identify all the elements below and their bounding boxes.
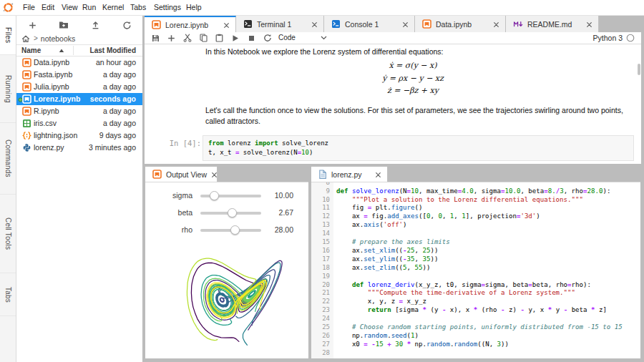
file-row-r.ipynb[interactable]: R.ipynba day ago — [16, 105, 142, 117]
file-row-lightning.json[interactable]: lightning.json9 days ago — [16, 129, 142, 142]
code-cell-input[interactable]: from lorenz import solve_lorenzt, x_t = … — [203, 135, 634, 161]
code-editor[interactable]: 89def solve_lorenz(N=10, max_time=4.0, s… — [311, 182, 640, 358]
main-tab-bar: Lorenz.ipynbTerminal 1Console 1Data.ipyn… — [145, 16, 641, 32]
kernel-status-icon[interactable] — [626, 34, 635, 42]
file-row-lorenz.ipynb[interactable]: Lorenz.ipynbseconds ago — [16, 93, 142, 105]
editor-line-11: 11 fig = plt.figure() — [311, 204, 640, 212]
cell-type-dropdown[interactable]: Code — [278, 34, 296, 41]
close-icon[interactable] — [493, 21, 499, 28]
file-row-lorenz.py[interactable]: lorenz.py3 minutes ago — [16, 142, 142, 154]
markdown-cell-2[interactable]: Let's call the function once to view the… — [205, 105, 626, 126]
close-icon[interactable] — [586, 21, 592, 28]
sidebar-tab-files[interactable]: Files — [0, 16, 16, 55]
line-number: 27 — [311, 341, 330, 349]
close-icon[interactable] — [211, 171, 218, 178]
tab-lorenz-py[interactable]: lorenz.py — [311, 167, 388, 182]
notebook-icon — [152, 170, 162, 179]
line-code: ax.axis('off') — [336, 221, 407, 230]
save-button[interactable] — [147, 32, 163, 44]
tab-readme-md[interactable]: README.md — [506, 16, 599, 32]
breadcrumb-folder[interactable]: notebooks — [41, 34, 75, 43]
tab-label: lorenz.py — [331, 170, 362, 179]
sort-asc-icon[interactable] — [59, 49, 64, 53]
code-line: t, x_t = solve_lorenz(N=10) — [208, 148, 633, 157]
menu-run[interactable]: Run — [82, 0, 96, 15]
editor-line-25: 25 # Choose random starting points, unif… — [311, 323, 640, 332]
add-cell-button[interactable] — [163, 32, 179, 44]
notebook-toolbar: Code Python 3 — [145, 32, 641, 44]
run-button[interactable] — [228, 32, 243, 44]
notebook-scrollbar-thumb[interactable] — [638, 64, 640, 75]
editor-panel: lorenz.py 89def solve_lorenz(N=10, max_t… — [311, 167, 640, 358]
sidebar-tab-commands[interactable]: Commands — [0, 123, 16, 195]
kernel-name[interactable]: Python 3 — [593, 34, 623, 42]
tab-console-1[interactable]: Console 1 — [324, 16, 415, 32]
column-header-modified[interactable]: Last Modified — [90, 47, 136, 54]
file-modified: a day ago — [103, 119, 136, 127]
new-launcher-plus-button[interactable] — [16, 16, 48, 32]
menu-help[interactable]: Help — [186, 0, 202, 15]
close-icon[interactable] — [311, 21, 318, 28]
file-row-iris.csv[interactable]: iris.csva day ago — [16, 117, 142, 129]
menu-settings[interactable]: Settings — [154, 0, 181, 15]
refresh-button[interactable] — [111, 16, 142, 32]
close-icon[interactable] — [375, 171, 381, 178]
line-code: def lorenz_deriv(x_y_z, t0, sigma=sigma,… — [336, 281, 591, 290]
paste-button[interactable] — [212, 32, 228, 44]
close-icon[interactable] — [402, 21, 409, 28]
upload-icon — [91, 21, 100, 29]
slider-handle[interactable] — [230, 225, 240, 235]
tab-lorenz-ipynb[interactable]: Lorenz.ipynb — [145, 16, 236, 32]
menu-tabs[interactable]: Tabs — [130, 0, 146, 15]
file-row-julia.ipynb[interactable]: Julia.ipynba day ago — [16, 81, 142, 93]
menu-edit[interactable]: Edit — [42, 0, 54, 15]
line-code: ax = fig.add_axes([0, 0, 1, 1], projecti… — [336, 212, 540, 221]
sidebar-tab-running[interactable]: Running — [0, 55, 16, 123]
sidebar-tab-cell-tools[interactable]: Cell Tools — [0, 195, 16, 273]
line-number: 15 — [311, 238, 330, 247]
tab-terminal-1[interactable]: Terminal 1 — [236, 16, 324, 32]
restart-icon — [263, 34, 272, 42]
line-number: 21 — [311, 289, 330, 298]
copy-button[interactable] — [195, 32, 211, 44]
menu-kernel[interactable]: Kernel — [102, 0, 124, 15]
tab-data-ipynb[interactable]: Data.ipynb — [415, 16, 506, 32]
editor-line-18: 18 ax.set_zlim((5, 55)) — [311, 264, 640, 273]
markdown-cell-1[interactable]: In this Notebook we explore the Lorenz s… — [205, 47, 444, 56]
file-row-data.ipynb[interactable]: Data.ipynban hour ago — [16, 57, 142, 69]
file-row-fasta.ipynb[interactable]: Fasta.ipynba day ago — [16, 69, 142, 81]
file-name: Lorenz.ipynb — [34, 94, 80, 103]
copy-icon — [200, 34, 208, 42]
editor-line-20: 20 def lorenz_deriv(x_y_z, t0, sigma=sig… — [311, 281, 640, 290]
line-code: x, y, z = x_y_z — [336, 298, 426, 306]
slider-handle[interactable] — [228, 208, 237, 217]
slider-handle[interactable] — [210, 191, 219, 200]
restart-button[interactable] — [260, 32, 275, 44]
menu-view[interactable]: View — [62, 0, 78, 15]
chevron-down-icon[interactable] — [321, 36, 327, 40]
line-number: 8 — [311, 182, 330, 187]
editor-line-15: 15 # prepare the axes limits — [311, 238, 640, 247]
tab-output-view[interactable]: Output View — [145, 167, 218, 182]
cut-icon — [183, 34, 192, 42]
close-icon[interactable] — [223, 21, 230, 29]
editor-line-17: 17 ax.set_ylim((-35, 35)) — [311, 255, 640, 264]
column-header-name[interactable]: Name — [21, 47, 41, 54]
line-number: 19 — [311, 273, 330, 281]
code-line: from lorenz import solve_lorenz — [208, 139, 633, 148]
home-icon[interactable] — [21, 34, 30, 43]
sidebar-tab-label: Commands — [4, 140, 12, 177]
upload-button[interactable] — [79, 16, 111, 32]
editor-tab-bar: lorenz.py — [311, 167, 640, 182]
new-folder-button[interactable] — [48, 16, 79, 32]
stop-button[interactable] — [243, 32, 259, 44]
line-number: 11 — [311, 204, 330, 212]
sidebar-tab-label: Files — [4, 27, 12, 43]
menu-file[interactable]: File — [23, 0, 35, 15]
editor-line-21: 21 """Compute the time-derivative of a L… — [311, 289, 640, 298]
sidebar-tab-tabs[interactable]: Tabs — [0, 273, 16, 316]
file-name: Data.ipynb — [34, 58, 69, 67]
line-code: # Choose random starting points, uniform… — [336, 323, 623, 332]
cut-button[interactable] — [180, 32, 195, 44]
equation-line: ż = −βz + xy — [205, 84, 620, 97]
